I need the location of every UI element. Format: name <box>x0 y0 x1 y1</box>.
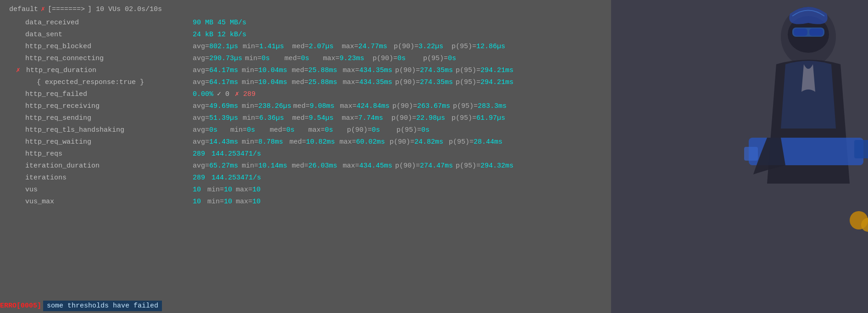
metric-iterations: iterations 289 144.253471/s <box>0 172 868 184</box>
metric-name-iteration-duration: iteration_duration <box>0 161 193 172</box>
metric-name-data-sent: data_sent <box>0 29 193 40</box>
header-suffix: ] 10 VUs 02.0s/10s <box>88 4 162 15</box>
metric-value-data-received: 90 MB 45 MB/s <box>193 17 246 28</box>
metric-http-req-sending: http_req_sending avg=51.39µs min=6.36µs … <box>0 112 868 124</box>
metric-http-reqs: http_reqs 289 144.253471/s <box>0 148 868 160</box>
metric-http-req-blocked: http_req_blocked avg=802.1µs min=1.41µs … <box>0 41 868 53</box>
metric-data-received: data_received 90 MB 45 MB/s <box>0 17 868 29</box>
metric-name-http-reqs: http_reqs <box>0 149 193 160</box>
metric-name-http-req-tls-handshaking: http_req_tls_handshaking <box>0 125 193 136</box>
metric-name-expected-response: { expected_response:true } <box>0 77 193 88</box>
metric-name-http-req-blocked: http_req_blocked <box>0 41 193 52</box>
error-code: ERRO[0005] <box>0 302 41 310</box>
metric-name-http-req-sending: http_req_sending <box>0 113 193 124</box>
metric-http-req-tls-handshaking: http_req_tls_handshaking avg=0s min=0s m… <box>0 124 868 136</box>
metric-name-http-req-waiting: http_req_waiting <box>0 137 193 148</box>
metric-name-http-req-duration: ✗ http_req_duration <box>0 65 193 76</box>
metric-iteration-duration: iteration_duration avg=65.27ms min=10.14… <box>0 160 868 172</box>
metric-name-data-received: data_received <box>0 17 193 28</box>
metric-value-data-sent: 24 kB 12 kB/s <box>193 29 246 40</box>
metric-vus: vus 10 min=10 max=10 <box>0 184 868 196</box>
header-line: default ✗ [=======> ] 10 VUs 02.0s/10s <box>0 4 868 15</box>
metric-name-http-req-failed: http_req_failed <box>0 89 193 100</box>
metric-name-iterations: iterations <box>0 173 193 184</box>
metric-vus-max: vus_max 10 min=10 max=10 <box>0 196 868 208</box>
metric-name-vus: vus <box>0 184 193 196</box>
header-default: default <box>9 4 38 15</box>
metric-name-vus-max: vus_max <box>0 196 193 207</box>
metric-http-req-failed: http_req_failed 0.00% ✓ 0 ✗ 289 <box>0 89 868 101</box>
metric-http-req-receiving: http_req_receiving avg=49.69ms min=238.2… <box>0 101 868 112</box>
metric-name-http-req-receiving: http_req_receiving <box>0 101 193 112</box>
metric-expected-response: { expected_response:true } avg=64.17ms m… <box>0 77 868 89</box>
metric-name-http-req-connecting: http_req_connecting <box>0 53 193 64</box>
metric-data-sent: data_sent 24 kB 12 kB/s <box>0 29 868 41</box>
header-progress: [=======> <box>48 4 85 15</box>
metric-http-req-connecting: http_req_connecting avg=290.73µs min=0s … <box>0 53 868 65</box>
header-x: ✗ <box>41 4 45 15</box>
error-line: ERRO[0005] some thresholds have failed <box>0 299 162 313</box>
error-message: some thresholds have failed <box>43 301 162 311</box>
metric-http-req-waiting: http_req_waiting avg=14.43ms min=8.78ms … <box>0 136 868 148</box>
metric-http-req-duration: ✗ http_req_duration avg=64.17ms min=10.0… <box>0 65 868 77</box>
terminal: default ✗ [=======> ] 10 VUs 02.0s/10s d… <box>0 0 868 313</box>
